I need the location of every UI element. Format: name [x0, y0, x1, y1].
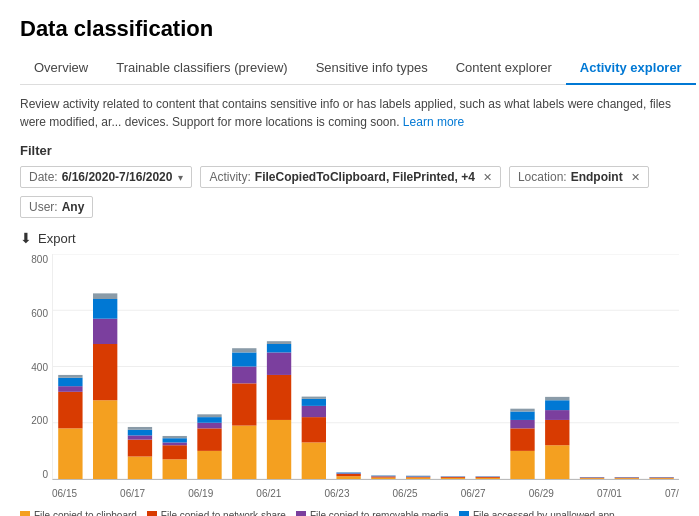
activity-chip-value: FileCopiedToClipboard, FilePrinted, +4	[255, 170, 475, 184]
svg-rect-43	[302, 399, 326, 406]
svg-rect-73	[510, 412, 534, 420]
x-label-0617: 06/17	[120, 488, 145, 504]
user-chip-prefix: User:	[29, 200, 58, 214]
chart-y-axis: 800 600 400 200 0	[20, 254, 52, 480]
legend-item-clipboard: File copied to clipboard	[20, 510, 137, 516]
tabs-bar: Overview Trainable classifiers (preview)…	[20, 52, 679, 85]
x-label-0701: 07/01	[597, 488, 622, 504]
svg-rect-76	[545, 420, 569, 445]
svg-rect-81	[580, 478, 604, 479]
tab-trainable[interactable]: Trainable classifiers (preview)	[102, 52, 301, 85]
svg-rect-72	[510, 420, 534, 428]
svg-rect-46	[336, 474, 360, 476]
filter-chip-user[interactable]: User: Any	[20, 196, 93, 218]
y-label-200: 200	[31, 415, 48, 426]
filter-chip-date[interactable]: Date: 6/16/2020-7/16/2020 ▾	[20, 166, 192, 188]
tab-overview[interactable]: Overview	[20, 52, 102, 85]
svg-rect-71	[510, 428, 534, 451]
x-label-0619: 06/19	[188, 488, 213, 504]
svg-rect-51	[371, 476, 395, 477]
tab-activity[interactable]: Activity explorer	[566, 52, 696, 85]
svg-rect-34	[232, 348, 256, 352]
svg-rect-42	[302, 406, 326, 417]
tab-content[interactable]: Content explorer	[442, 52, 566, 85]
svg-rect-66	[476, 477, 500, 478]
svg-rect-41	[302, 417, 326, 442]
svg-rect-33	[232, 352, 256, 366]
svg-rect-15	[128, 457, 152, 480]
svg-rect-36	[267, 375, 291, 420]
svg-rect-48	[336, 473, 360, 474]
legend-item-network: File copied to network share	[147, 510, 286, 516]
svg-rect-44	[302, 397, 326, 399]
y-label-400: 400	[31, 362, 48, 373]
svg-rect-88	[649, 478, 673, 479]
svg-rect-65	[476, 478, 500, 479]
export-button[interactable]: ⬇ Export	[20, 230, 679, 246]
y-label-600: 600	[31, 308, 48, 319]
svg-rect-45	[336, 476, 360, 479]
svg-rect-14	[93, 293, 117, 299]
svg-rect-32	[232, 367, 256, 384]
svg-rect-25	[197, 451, 221, 479]
svg-rect-7	[58, 386, 82, 392]
svg-rect-22	[163, 442, 187, 445]
location-chip-value: Endpoint	[571, 170, 623, 184]
location-chip-prefix: Location:	[518, 170, 567, 184]
svg-rect-58	[406, 476, 430, 477]
filter-chip-activity[interactable]: Activity: FileCopiedToClipboard, FilePri…	[200, 166, 500, 188]
page-title: Data classification	[20, 16, 679, 42]
svg-rect-55	[406, 478, 430, 479]
svg-rect-24	[163, 436, 187, 438]
date-chip-value: 6/16/2020-7/16/2020	[62, 170, 173, 184]
svg-rect-61	[441, 477, 465, 478]
svg-rect-31	[232, 383, 256, 425]
filter-chip-location[interactable]: Location: Endpoint ✕	[509, 166, 649, 188]
date-chevron-icon: ▾	[178, 172, 183, 183]
chart-svg	[53, 254, 679, 479]
filter-row: Date: 6/16/2020-7/16/2020 ▾ Activity: Fi…	[20, 166, 679, 218]
activity-chip-prefix: Activity:	[209, 170, 250, 184]
x-label-0625: 06/25	[393, 488, 418, 504]
chart-legend: File copied to clipboardFile copied to n…	[20, 510, 679, 516]
svg-rect-23	[163, 438, 187, 442]
chart-canvas	[52, 254, 679, 480]
svg-rect-9	[58, 375, 82, 378]
tab-sensitive[interactable]: Sensitive info types	[302, 52, 442, 85]
location-chip-close-icon[interactable]: ✕	[631, 171, 640, 184]
svg-rect-10	[93, 400, 117, 479]
svg-rect-84	[615, 478, 639, 479]
svg-rect-18	[128, 430, 152, 436]
svg-rect-60	[441, 478, 465, 479]
svg-rect-89	[649, 478, 673, 479]
y-label-800: 800	[31, 254, 48, 265]
svg-rect-13	[93, 299, 117, 319]
svg-rect-29	[197, 414, 221, 417]
svg-rect-30	[232, 426, 256, 479]
svg-rect-75	[545, 445, 569, 479]
x-label-07: 07/	[665, 488, 679, 504]
description-text: Review activity related to content that …	[20, 95, 679, 131]
svg-rect-74	[510, 409, 534, 412]
x-label-0629: 06/29	[529, 488, 554, 504]
svg-rect-26	[197, 428, 221, 451]
chart-area: 800 600 400 200 0 06/15 06/17 06/19 06/2…	[20, 254, 679, 504]
learn-more-link[interactable]: Learn more	[403, 115, 464, 129]
y-label-0: 0	[42, 469, 48, 480]
activity-chip-close-icon[interactable]: ✕	[483, 171, 492, 184]
svg-rect-47	[336, 473, 360, 474]
svg-rect-5	[58, 428, 82, 479]
svg-rect-35	[267, 420, 291, 479]
x-label-0627: 06/27	[461, 488, 486, 504]
chart-x-labels: 06/15 06/17 06/19 06/21 06/23 06/25 06/2…	[52, 484, 679, 504]
svg-rect-27	[197, 423, 221, 429]
x-label-0621: 06/21	[256, 488, 281, 504]
svg-rect-70	[510, 451, 534, 479]
svg-rect-37	[267, 352, 291, 375]
svg-rect-17	[128, 435, 152, 439]
x-label-0615: 06/15	[52, 488, 77, 504]
x-label-0623: 06/23	[324, 488, 349, 504]
svg-rect-6	[58, 392, 82, 429]
svg-rect-53	[371, 476, 395, 477]
svg-rect-8	[58, 378, 82, 386]
